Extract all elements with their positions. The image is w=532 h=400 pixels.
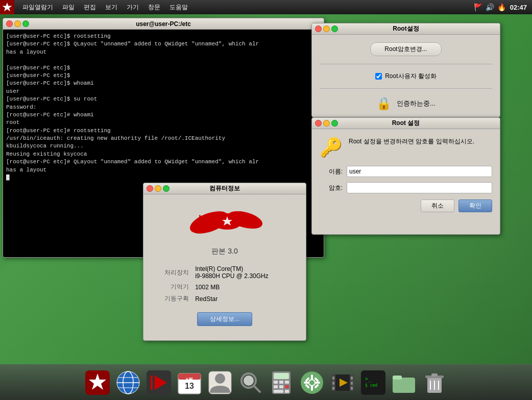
svg-text:$ cmd: $ cmd: [365, 383, 377, 388]
svg-rect-65: [431, 373, 438, 377]
root-auth-window: Root 설정 🔑 Root 설정을 변경하려면 암호를 입력하십시오. 이름:…: [311, 117, 500, 235]
dock-item-files[interactable]: [391, 369, 417, 396]
root-auth-minimize-button[interactable]: [323, 120, 330, 127]
terminal-line-2: [user@user-PC etc]$ QLayout "unnamed" ad…: [6, 40, 321, 48]
dock-item-search[interactable]: [237, 369, 264, 396]
svg-rect-52: [332, 382, 334, 385]
computer-info-close-button[interactable]: [147, 185, 153, 192]
svg-rect-41: [304, 382, 309, 384]
password-row: 암호:: [320, 182, 492, 193]
root-enable-label: Root사용자 활성화: [385, 72, 437, 81]
terminal-line-18: has a layout: [6, 166, 321, 174]
svg-rect-31: [279, 381, 283, 384]
computer-info-titlebar: 컴퓨터정보: [143, 183, 306, 194]
svg-text:>_: >_: [365, 376, 372, 382]
computer-info-minimize-button[interactable]: [155, 185, 161, 192]
dock-item-trash[interactable]: [421, 369, 448, 396]
terminal-line-4: [6, 56, 321, 64]
svg-rect-58: [361, 370, 385, 395]
terminal-line-16: Reusing existing ksycoca: [6, 151, 321, 158]
svg-rect-32: [285, 381, 289, 384]
terminal-minimize-button[interactable]: [14, 20, 21, 27]
computer-info-maximize-button[interactable]: [163, 185, 170, 192]
taskbar-logo[interactable]: [0, 0, 14, 14]
menu-go[interactable]: 가기: [123, 2, 143, 13]
dock-item-film[interactable]: [329, 369, 356, 396]
os-label: 기동구획: [151, 293, 192, 305]
os-logo: [184, 202, 265, 243]
terminal-line-1: [user@user-PC etc]$ rootsetting: [6, 33, 321, 40]
menu-edit[interactable]: 편집: [80, 2, 100, 13]
root-settings-close-button[interactable]: [315, 26, 322, 32]
svg-rect-29: [274, 373, 289, 379]
svg-rect-36: [274, 390, 283, 393]
svg-rect-51: [332, 377, 334, 380]
root-enable-checkbox[interactable]: [375, 73, 382, 80]
svg-text:13: 13: [185, 382, 194, 390]
terminal-window-buttons: [6, 20, 29, 27]
root-settings-maximize-button[interactable]: [331, 26, 338, 32]
menu-file-manager[interactable]: 파일열람기: [18, 2, 57, 13]
root-auth-close-button[interactable]: [315, 120, 322, 127]
computer-info-title: 컴퓨터정보: [209, 184, 240, 193]
terminal-line-15: kbuildsycoca running...: [6, 142, 321, 150]
svg-rect-42: [315, 382, 320, 384]
cpu-label: 처리장치: [151, 264, 192, 281]
dock-item-terminal[interactable]: >_ $ cmd: [360, 369, 386, 396]
svg-point-26: [244, 376, 254, 386]
volume-icon[interactable]: 🔊: [486, 3, 494, 11]
os-value: RedStar: [192, 293, 298, 305]
settings-divider-2: [320, 88, 492, 89]
dock-item-redstar[interactable]: [84, 369, 111, 396]
details-button[interactable]: 상세정보...: [197, 312, 252, 326]
root-settings-content: Root암호변경... Root사용자 활성화 🔒 인증하는중...: [312, 35, 500, 117]
taskbar-right: 🚩 🔊 🔥 02:47: [474, 3, 532, 11]
computer-info-content: 판본 3.0 처리장치 Intel(R) Core(TM) i9-9880H C…: [143, 194, 306, 334]
svg-rect-30: [274, 381, 278, 384]
dock-item-media-player[interactable]: [146, 369, 172, 396]
dock-item-contacts[interactable]: [207, 369, 233, 396]
lock-icon: 🔒: [376, 96, 392, 111]
terminal-line-5: [user@user-PC etc]$: [6, 64, 321, 72]
svg-rect-37: [285, 390, 289, 393]
dock-item-browser[interactable]: [115, 369, 141, 396]
password-field[interactable]: [347, 182, 492, 193]
terminal-line-14: /usr/bin/iceauth: creating new authority…: [6, 135, 321, 142]
root-settings-minimize-button[interactable]: [323, 26, 330, 32]
menu-window[interactable]: 창문: [144, 2, 164, 13]
dock: 6월 13: [0, 364, 532, 400]
svg-rect-61: [393, 378, 415, 393]
confirm-button[interactable]: 확인: [458, 199, 492, 212]
menu-view[interactable]: 보기: [101, 2, 122, 13]
change-password-button[interactable]: Root암호변경...: [370, 42, 442, 56]
svg-point-47: [309, 380, 315, 386]
computer-info-window-buttons: [147, 185, 170, 192]
terminal-maximize-button[interactable]: [22, 20, 29, 27]
terminal-cursor-line: █: [6, 174, 321, 182]
menu-file[interactable]: 파일: [58, 2, 79, 13]
dock-item-calendar[interactable]: 6월 13: [176, 369, 203, 396]
terminal-line-11: [root@user-PC etc]# whoami: [6, 111, 321, 119]
root-auth-maximize-button[interactable]: [331, 120, 338, 127]
svg-rect-53: [332, 387, 334, 390]
cancel-button[interactable]: 취소: [421, 199, 454, 212]
taskbar-system-icons: 🚩 🔊 🔥: [474, 3, 506, 11]
root-enable-checkbox-row: Root사용자 활성화: [375, 72, 437, 81]
taskbar: 파일열람기 파일 편집 보기 가기 창문 도움말 🚩 🔊 🔥 02:47: [0, 0, 532, 14]
terminal-close-button[interactable]: [6, 20, 13, 27]
root-settings-title: Root설정: [393, 24, 419, 33]
cpu-value: Intel(R) Core(TM) i9-9880H CPU @ 2.30GHz: [192, 264, 298, 281]
menu-help[interactable]: 도움말: [165, 2, 192, 13]
dock-item-tools[interactable]: [299, 369, 325, 396]
username-label: 이름:: [320, 167, 343, 176]
dock-item-calculator[interactable]: [268, 369, 295, 396]
clock: 02:47: [510, 4, 527, 11]
version-text: 판본 3.0: [211, 247, 237, 256]
authenticating-row: 🔒 인증하는중...: [376, 96, 436, 111]
memory-row: 기억기 1002 MB: [151, 281, 298, 293]
svg-rect-39: [311, 374, 313, 380]
auth-header: 🔑 Root 설정을 변경하려면 암호를 입력하십시오.: [320, 137, 492, 158]
username-field[interactable]: [347, 166, 492, 177]
terminal-line-12: root: [6, 119, 321, 127]
auth-buttons: 취소 확인: [320, 199, 492, 212]
